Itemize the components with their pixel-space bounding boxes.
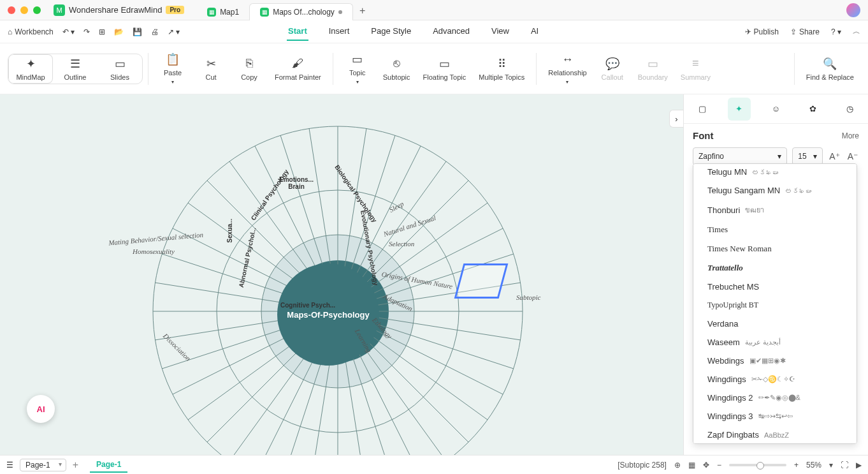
canvas[interactable]: Maps-Of-Psychology Clinical Psychology E… (0, 94, 683, 455)
panel-toggle-button[interactable]: › (669, 110, 683, 128)
window-max-icon[interactable] (33, 6, 41, 14)
increase-font-button[interactable]: A⁺ (828, 151, 841, 161)
find-replace-button[interactable]: 🔍Find & Replace (800, 54, 860, 84)
undo-button[interactable]: ↶ ▾ (62, 27, 75, 36)
redo-button[interactable]: ↷ (83, 27, 90, 36)
inner-segment[interactable]: Emotions... Brain (277, 176, 315, 190)
font-option[interactable]: Trebuchet MS (693, 278, 857, 296)
view-mindmap[interactable]: ✦MindMap (8, 54, 53, 84)
outline-toggle-button[interactable]: ☰ (6, 461, 13, 470)
font-option[interactable]: Times (693, 220, 857, 239)
view-label: Outline (64, 73, 87, 81)
chevron-down-icon: ▾ (813, 152, 817, 161)
globe-icon[interactable]: ⊕ (674, 461, 681, 470)
page-select[interactable]: Page-1 (20, 459, 66, 471)
zoom-slider[interactable] (729, 464, 786, 466)
outer-segment[interactable]: Subtopic (516, 293, 541, 301)
format-painter-button[interactable]: 🖌Format Painter (268, 54, 328, 84)
view-label: Slides (110, 73, 129, 81)
panel-tab-icon[interactable]: ☺ (764, 98, 787, 121)
page-tab[interactable]: Page-1 (90, 457, 127, 473)
save-button[interactable]: 💾 (133, 27, 142, 36)
zoom-out-button[interactable]: − (717, 461, 721, 470)
menu-advanced[interactable]: Advanced (431, 22, 471, 41)
copy-button[interactable]: ⎘Copy (230, 54, 268, 84)
font-option[interactable]: Telugu MNఅకఖఘ (693, 163, 857, 181)
menu-ai[interactable]: AI (530, 22, 540, 41)
selection-info: [Subtopic 258] (618, 461, 667, 470)
share-button[interactable]: ⇪Share (790, 27, 820, 36)
font-option[interactable]: Wingdings 2✏✒✎◉◎⬤& (693, 389, 857, 407)
inner-segment[interactable]: Cognitive Psych... (280, 302, 335, 309)
chevron-down-icon: ▾ (778, 152, 781, 161)
doc-tab-active[interactable]: ▦ Maps Of...chology (249, 3, 353, 20)
selected-subtopic[interactable] (454, 263, 509, 299)
avatar[interactable] (846, 3, 860, 17)
font-option[interactable]: TypoUpright BT (693, 296, 857, 315)
font-option[interactable]: Verdana (693, 315, 857, 333)
menu-insert[interactable]: Insert (328, 22, 351, 41)
font-option[interactable]: Waseemأبجدية عربية (693, 333, 857, 352)
style-icon: ▢ (698, 104, 706, 114)
panel-tab-format[interactable]: ✦ (728, 98, 751, 121)
multiple-topics-button[interactable]: ⠿Multiple Topics (472, 54, 531, 84)
fit-icon[interactable]: ✥ (703, 461, 709, 470)
view-slides[interactable]: ▭Slides (98, 54, 142, 84)
font-option[interactable]: Wingdings 3↹⇨↣⇆↩⇦ (693, 407, 857, 426)
present-button[interactable]: ▶ (856, 461, 862, 470)
zoom-in-button[interactable]: + (794, 461, 799, 470)
collapse-ribbon-button[interactable]: ︿ (853, 26, 860, 37)
font-option[interactable]: Wingdings✂✁◇♋☾✧☪ (693, 370, 857, 389)
view-outline[interactable]: ☰Outline (53, 54, 98, 84)
menu-pagestyle[interactable]: Page Style (370, 22, 412, 41)
decrease-font-button[interactable]: A⁻ (846, 151, 859, 161)
boundary-icon: ▭ (647, 57, 658, 71)
help-button[interactable]: ? ▾ (831, 27, 841, 36)
app-name: Wondershare EdrawMind (69, 5, 162, 15)
panel-tab-history[interactable]: ◷ (838, 98, 861, 121)
ai-fab-button[interactable]: AI (27, 395, 55, 423)
relationship-button[interactable]: ↔Relationship▾ (542, 50, 593, 87)
workbench-button[interactable]: ⌂ Workbench (8, 27, 54, 36)
panel-heading: Font (693, 130, 713, 141)
doc-tab-map1[interactable]: ▦ Map1 (197, 4, 249, 20)
menu-view[interactable]: View (490, 22, 510, 41)
subtopic-button[interactable]: ⎋Subtopic (377, 54, 417, 84)
floating-topic-button[interactable]: ▭Floating Topic (417, 54, 473, 84)
menu-start[interactable]: Start (287, 22, 308, 41)
font-option[interactable]: Thonburiขฒยา (693, 200, 857, 220)
inner-segment[interactable]: Sexua... (226, 219, 233, 243)
font-option[interactable]: Telugu Sangam MNఅకఖఘ (693, 181, 857, 200)
open-button[interactable]: 📂 (114, 27, 124, 36)
more-link[interactable]: More (842, 131, 859, 140)
font-option[interactable]: Trattatello (693, 258, 857, 278)
new-tab-button[interactable]: + (353, 1, 372, 20)
pro-badge: Pro (166, 6, 184, 14)
share-icon: ⇪ (790, 27, 797, 36)
window-close-icon[interactable] (8, 6, 15, 14)
slides-icon: ▭ (115, 57, 126, 71)
font-option[interactable]: Webdings▣✔▦⊞◉✱ (693, 352, 857, 370)
export-button[interactable]: ↗ ▾ (168, 27, 180, 36)
font-option[interactable]: Zapf DingbatsAaBbzZ (693, 426, 857, 444)
outer-segment[interactable]: Selection (389, 240, 414, 248)
font-size-combo[interactable]: 15 ▾ (792, 147, 823, 165)
add-page-button[interactable]: + (73, 459, 78, 471)
font-dropdown[interactable]: Telugu MNఅకఖఘTelugu Sangam MNఅకఖఘThonbur… (693, 163, 857, 444)
panel-tab-clipart[interactable]: ✿ (801, 98, 824, 121)
panel-tab-style[interactable]: ▢ (691, 98, 714, 121)
fullscreen-button[interactable]: ⛶ (841, 461, 848, 470)
window-min-icon[interactable] (20, 6, 28, 14)
publish-button[interactable]: ✈Publish (745, 27, 779, 36)
font-option[interactable]: Times New Roman (693, 239, 857, 258)
doc-icon: ▦ (260, 8, 269, 17)
new-button[interactable]: ⊞ (99, 27, 105, 36)
outer-segment[interactable]: Homosexuality (133, 248, 175, 255)
cut-button[interactable]: ✂Cut (192, 54, 230, 84)
print-button[interactable]: 🖨 (151, 27, 159, 36)
grid-icon[interactable]: ▦ (688, 461, 695, 470)
font-family-combo[interactable]: Zapfino ▾ (693, 147, 787, 165)
paste-button[interactable]: 📋Paste▾ (154, 50, 192, 87)
zoom-dropdown[interactable]: ▾ (829, 461, 833, 470)
topic-button[interactable]: ▭Topic▾ (338, 50, 377, 87)
